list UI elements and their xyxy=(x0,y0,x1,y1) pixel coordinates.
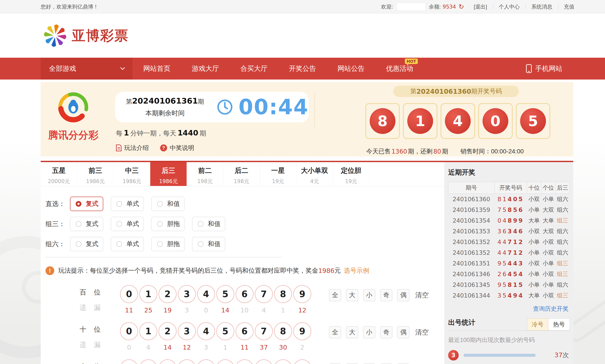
rules-link[interactable]: 玩法介绍 xyxy=(116,144,149,152)
option-label: 复式 xyxy=(86,220,98,228)
all-games-dropdown[interactable]: 全部游戏 xyxy=(41,58,133,79)
digit-button-3[interactable]: 3 xyxy=(178,285,196,303)
digit-button-7[interactable]: 7 xyxy=(255,285,273,303)
digit-button-7[interactable]: 7 xyxy=(255,359,273,364)
digit-button-5[interactable]: 5 xyxy=(216,322,234,340)
recharge-link[interactable]: 充值 xyxy=(564,3,574,10)
history-link[interactable]: 查询历史开奖 xyxy=(533,305,568,312)
tab-中三[interactable]: 中三1986元 xyxy=(114,162,150,186)
digit-button-1[interactable]: 1 xyxy=(139,285,157,303)
quick-全-button[interactable]: 全 xyxy=(329,289,341,301)
game-banner: 腾讯分分彩 第202401061361期 本期剩余时间 00:44 每1分钟一期… xyxy=(41,82,573,156)
option-和值[interactable]: 和值 xyxy=(192,237,225,251)
tab-后三[interactable]: 后三1986元 xyxy=(150,162,187,186)
mobile-site-link[interactable]: 手机网站 xyxy=(515,58,573,79)
digit-button-3[interactable]: 3 xyxy=(178,359,196,364)
quick-大-button[interactable]: 大 xyxy=(346,289,358,301)
option-复式[interactable]: 复式 xyxy=(70,217,103,231)
nav-item-网站首页[interactable]: 网站首页 xyxy=(133,58,181,79)
system-messages-link[interactable]: 系统消息 xyxy=(531,3,552,10)
tab-前二[interactable]: 前二198元 xyxy=(187,162,223,186)
draw-digits-cell: 44712 xyxy=(495,247,527,258)
digit-button-9[interactable]: 9 xyxy=(293,359,311,364)
digit-button-0[interactable]: 0 xyxy=(120,285,138,303)
digit-button-6[interactable]: 6 xyxy=(235,359,253,364)
issue-cell: 2401061345 xyxy=(448,279,495,290)
refresh-icon[interactable]: ↻ xyxy=(459,3,464,10)
miss-count: 0 xyxy=(196,307,216,314)
miss-count: 19 xyxy=(158,307,177,314)
digit-button-2[interactable]: 2 xyxy=(159,359,177,364)
draw-number-card: 4 xyxy=(440,103,475,139)
table-row: 240106135336346小双大双组六 xyxy=(448,226,570,237)
last3-cell: 组三 xyxy=(555,290,570,301)
digit-button-4[interactable]: 4 xyxy=(197,359,215,364)
digit-button-3[interactable]: 3 xyxy=(178,322,196,340)
tab-一星[interactable]: 一星19元 xyxy=(260,162,296,186)
digit-button-8[interactable]: 8 xyxy=(274,285,292,303)
option-胆拖[interactable]: 胆拖 xyxy=(151,237,185,251)
quick-全-button[interactable]: 全 xyxy=(329,326,341,338)
digit-cell: 723 xyxy=(254,359,274,364)
miss-count: 4 xyxy=(254,307,274,314)
option-胆拖[interactable]: 胆拖 xyxy=(151,217,185,231)
separator xyxy=(493,4,493,10)
site-logo[interactable]: 亚博彩票 xyxy=(41,21,129,50)
quick-奇-button[interactable]: 奇 xyxy=(380,326,392,338)
option-单式[interactable]: 单式 xyxy=(111,197,144,211)
nav-item-合买大厅[interactable]: 合买大厅 xyxy=(230,58,278,79)
quick-大-button[interactable]: 大 xyxy=(346,326,358,338)
digit-button-8[interactable]: 8 xyxy=(274,322,292,340)
option-复式[interactable]: 复式 xyxy=(70,197,103,211)
welcome-input[interactable] xyxy=(397,3,426,11)
digit-button-1[interactable]: 1 xyxy=(139,322,157,340)
stats-tab-热号[interactable]: 热号 xyxy=(548,318,570,331)
digit-button-0[interactable]: 0 xyxy=(120,322,138,340)
digit-button-9[interactable]: 9 xyxy=(293,322,311,340)
option-单式[interactable]: 单式 xyxy=(111,237,144,251)
hot-badge: HOT xyxy=(405,59,418,64)
nav-item-游戏大厅[interactable]: 游戏大厅 xyxy=(181,58,230,79)
digit-button-0[interactable]: 0 xyxy=(120,359,138,364)
tab-前三[interactable]: 前三1986元 xyxy=(77,162,114,186)
option-和值[interactable]: 和值 xyxy=(192,217,225,231)
quick-小-button[interactable]: 小 xyxy=(363,289,375,301)
digit-button-6[interactable]: 6 xyxy=(235,322,253,340)
user-center-link[interactable]: 个人中心 xyxy=(499,3,520,10)
digit-button-5[interactable]: 5 xyxy=(216,359,234,364)
tab-五星[interactable]: 五星20000元 xyxy=(41,162,77,186)
stats-tab-冷号[interactable]: 冷号 xyxy=(527,318,548,331)
clear-button[interactable]: 清空 xyxy=(415,328,429,337)
digit-button-2[interactable]: 2 xyxy=(159,285,177,303)
quick-小-button[interactable]: 小 xyxy=(363,326,375,338)
nav-item-优惠活动[interactable]: 优惠活动HOT xyxy=(375,58,424,79)
digit-button-7[interactable]: 7 xyxy=(255,322,273,340)
nav-item-网站公告[interactable]: 网站公告 xyxy=(327,58,375,79)
digit-button-4[interactable]: 4 xyxy=(197,285,215,303)
tab-后二[interactable]: 后二198元 xyxy=(223,162,260,186)
digit-button-9[interactable]: 9 xyxy=(293,285,311,303)
prize-help-link[interactable]: ? 中奖说明 xyxy=(160,144,194,152)
tab-定位胆[interactable]: 定位胆19元 xyxy=(333,162,370,186)
logout-link[interactable]: [退出] xyxy=(474,3,487,10)
digit-button-2[interactable]: 2 xyxy=(159,322,177,340)
quick-奇-button[interactable]: 奇 xyxy=(380,289,392,301)
clear-button[interactable]: 清空 xyxy=(415,291,429,300)
tab-大小单双[interactable]: 大小单双4元 xyxy=(296,162,333,186)
digit-button-5[interactable]: 5 xyxy=(216,285,234,303)
digit-cell: 119 xyxy=(139,359,158,364)
rules-label: 玩法介绍 xyxy=(124,144,149,152)
option-单式[interactable]: 单式 xyxy=(111,217,144,231)
digit-button-1[interactable]: 1 xyxy=(139,359,157,364)
digit-button-6[interactable]: 6 xyxy=(235,285,253,303)
option-复式[interactable]: 复式 xyxy=(70,237,103,251)
quick-偶-button[interactable]: 偶 xyxy=(397,289,410,301)
digit-button-4[interactable]: 4 xyxy=(197,322,215,340)
table-row: 240106134626454小单小双组三 xyxy=(448,269,570,279)
nav-item-开奖公告[interactable]: 开奖公告 xyxy=(278,58,327,79)
digit-button-8[interactable]: 8 xyxy=(274,359,292,364)
example-link[interactable]: 选号示例 xyxy=(344,266,369,275)
miss-count: 10 xyxy=(235,307,254,314)
option-和值[interactable]: 和值 xyxy=(151,197,185,211)
quick-偶-button[interactable]: 偶 xyxy=(397,326,410,338)
